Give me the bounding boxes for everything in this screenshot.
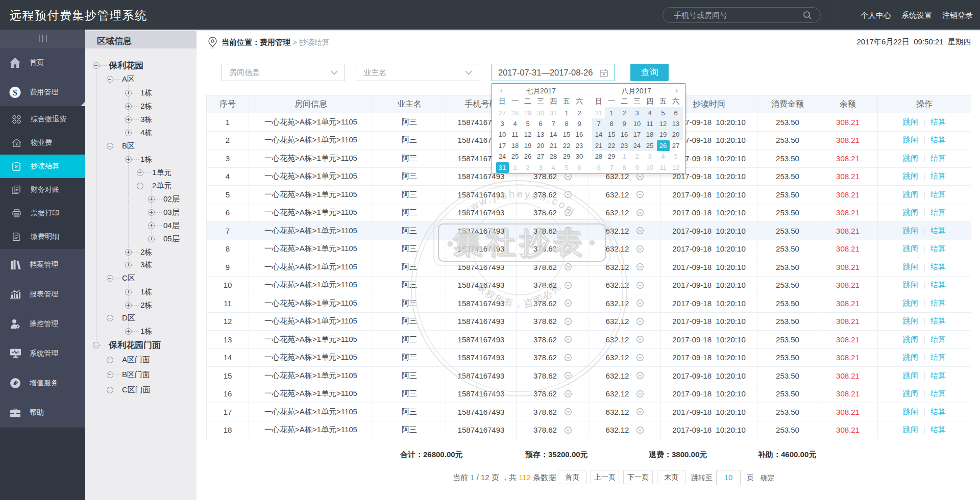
svg-text:¥: ¥ (15, 141, 18, 146)
svg-text:$: $ (13, 88, 17, 97)
